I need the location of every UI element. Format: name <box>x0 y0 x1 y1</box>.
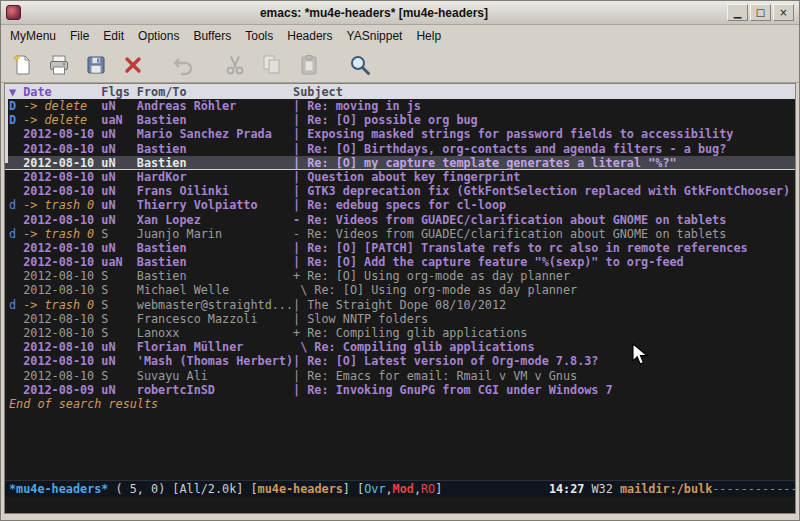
menu-file[interactable]: File <box>63 27 96 45</box>
titlebar[interactable]: emacs: *mu4e-headers* [mu4e-headers] ▁□× <box>1 1 799 25</box>
modeline-segment: Ovr <box>364 482 385 496</box>
menu-tools[interactable]: Tools <box>238 27 280 45</box>
column-gap <box>130 283 137 297</box>
message-row[interactable]: d -> trash 0 uN Thierry Volpiatto | Re: … <box>5 198 795 212</box>
message-row[interactable]: 2012-08-10 uN HardKor | Question about k… <box>5 170 795 184</box>
message-flags: uN <box>101 198 129 212</box>
menu-buffers[interactable]: Buffers <box>186 27 238 45</box>
message-from: Juanjo Marin <box>137 227 293 241</box>
end-of-results: End of search results <box>5 397 795 411</box>
message-date: -> trash 0 <box>23 198 94 212</box>
message-date: 2012-08-10 <box>23 170 94 184</box>
message-date: 2012-08-10 <box>23 213 94 227</box>
mark-prefix <box>9 170 23 184</box>
column-gap <box>94 227 101 241</box>
column-gap <box>94 312 101 326</box>
modeline-segment: Mod <box>393 482 414 496</box>
message-from: 'Mash (Thomas Herbert) <box>137 354 293 368</box>
column-gap <box>130 227 137 241</box>
save-icon[interactable] <box>79 50 113 80</box>
message-row[interactable]: 2012-08-10 S Michael Welle \ Re: [O] Usi… <box>5 283 795 297</box>
menu-options[interactable]: Options <box>131 27 186 45</box>
message-row[interactable]: 2012-08-10 uN Bastien | Re: [O] [PATCH] … <box>5 241 795 255</box>
mark-prefix <box>9 354 23 368</box>
mode-line[interactable]: *mu4e-headers* ( 5, 0) [All/2.0k] [mu4e-… <box>5 480 795 497</box>
message-flags: uaN <box>101 113 129 127</box>
message-date: -> trash 0 <box>23 227 94 241</box>
message-from: Frans Oilinki <box>137 184 293 198</box>
menu-edit[interactable]: Edit <box>96 27 131 45</box>
column-gap <box>130 241 137 255</box>
message-date: 2012-08-10 <box>23 354 94 368</box>
column-gap <box>94 99 101 113</box>
column-subject[interactable]: Subject <box>293 85 343 99</box>
modeline-segment: ( 5, 0) <box>108 482 172 496</box>
message-row[interactable]: 2012-08-10 S Bastien + Re: [O] Using org… <box>5 269 795 283</box>
message-row[interactable]: 2012-08-10 uN Frans Oilinki | GTK3 depre… <box>5 184 795 198</box>
message-row[interactable]: 2012-08-10 uN Xan Lopez - Re: Videos fro… <box>5 213 795 227</box>
message-from: Andreas Röhler <box>137 99 293 113</box>
message-flags: uN <box>101 170 129 184</box>
menu-mymenu[interactable]: MyMenu <box>3 27 63 45</box>
sort-column-date[interactable]: ▼ Date <box>9 85 101 99</box>
message-from: Bastien <box>137 142 293 156</box>
message-subject: | Re: [O] my capture template generates … <box>293 156 795 170</box>
column-flags[interactable]: Flgs <box>101 85 137 99</box>
mark-prefix: d <box>9 298 23 312</box>
message-date: 2012-08-10 <box>23 241 94 255</box>
message-subject: + Re: [O] Using org-mode as day planner <box>293 269 795 283</box>
message-flags: uN <box>101 354 129 368</box>
search-icon[interactable] <box>343 50 377 80</box>
message-flags: uN <box>101 340 129 354</box>
mark-prefix <box>9 383 23 397</box>
message-row[interactable]: 2012-08-10 uN Bastien | Re: [O] my captu… <box>5 156 795 170</box>
message-row[interactable]: D -> delete uN Andreas Röhler | Re: movi… <box>5 99 795 113</box>
scrollbar[interactable] <box>5 99 8 469</box>
message-date: 2012-08-10 <box>23 255 94 269</box>
modeline-segment: [All/2.0k] <box>172 482 250 496</box>
header-line: ▼ Date Flgs From/To Subject <box>5 84 795 99</box>
window-icon <box>6 5 21 20</box>
column-gap <box>130 113 137 127</box>
message-row[interactable]: d -> trash 0 S Juanjo Marin - Re: Videos… <box>5 227 795 241</box>
modeline-segment: ] <box>435 482 442 496</box>
message-subject: | Re: [O] Birthdays, org-contacts and ag… <box>293 142 795 156</box>
column-gap <box>94 156 101 170</box>
message-date: -> delete <box>23 99 94 113</box>
minimize-button[interactable]: ▁ <box>727 4 748 21</box>
message-row[interactable]: 2012-08-10 uaN Bastien | Re: [O] Add the… <box>5 255 795 269</box>
menu-headers[interactable]: Headers <box>280 27 339 45</box>
new-file-icon[interactable] <box>5 50 39 80</box>
close-button[interactable]: × <box>773 4 794 21</box>
message-subject: | Re: [O] [PATCH] Translate refs to rc a… <box>293 241 795 255</box>
message-row[interactable]: 2012-08-10 S Suvayu Ali | Re: Emacs for … <box>5 369 795 383</box>
message-row[interactable]: d -> trash 0 S webmaster@straightd... | … <box>5 298 795 312</box>
maximize-button[interactable]: □ <box>750 4 771 21</box>
print-icon[interactable] <box>42 50 76 80</box>
message-row[interactable]: D -> delete uaN Bastien | Re: [O] possib… <box>5 113 795 127</box>
close-buffer-icon[interactable] <box>116 50 150 80</box>
message-flags: S <box>101 298 129 312</box>
column-gap <box>94 213 101 227</box>
message-row[interactable]: 2012-08-09 uN robertcInSD | Re: Invoking… <box>5 383 795 397</box>
message-subject: | Question about key fingerprint <box>293 170 795 184</box>
mark-prefix <box>9 184 23 198</box>
message-row[interactable]: 2012-08-10 uN Mario Sanchez Prada | Expo… <box>5 127 795 141</box>
message-from: Michael Welle <box>137 283 293 297</box>
message-flags: uN <box>101 156 129 170</box>
menu-yasnippet[interactable]: YASnippet <box>340 27 410 45</box>
message-row[interactable]: 2012-08-10 uN Florian Müllner \ Re: Comp… <box>5 340 795 354</box>
message-subject: \ Re: Compiling glib applications <box>293 340 795 354</box>
message-row[interactable]: 2012-08-10 S Francesco Mazzoli | Slow NN… <box>5 312 795 326</box>
message-date: 2012-08-10 <box>23 156 94 170</box>
mark-prefix <box>9 269 23 283</box>
scrollbar-thumb[interactable] <box>5 99 8 163</box>
column-from[interactable]: From/To <box>137 85 293 99</box>
message-row[interactable]: 2012-08-10 S Lanoxx + Re: Compiling glib… <box>5 326 795 340</box>
column-gap <box>130 255 137 269</box>
modeline-segment: 14:27 <box>549 482 585 496</box>
menu-help[interactable]: Help <box>409 27 448 45</box>
message-row[interactable]: 2012-08-10 uN Bastien | Re: [O] Birthday… <box>5 142 795 156</box>
message-row[interactable]: 2012-08-10 uN 'Mash (Thomas Herbert) | R… <box>5 354 795 368</box>
mark-prefix <box>9 283 23 297</box>
